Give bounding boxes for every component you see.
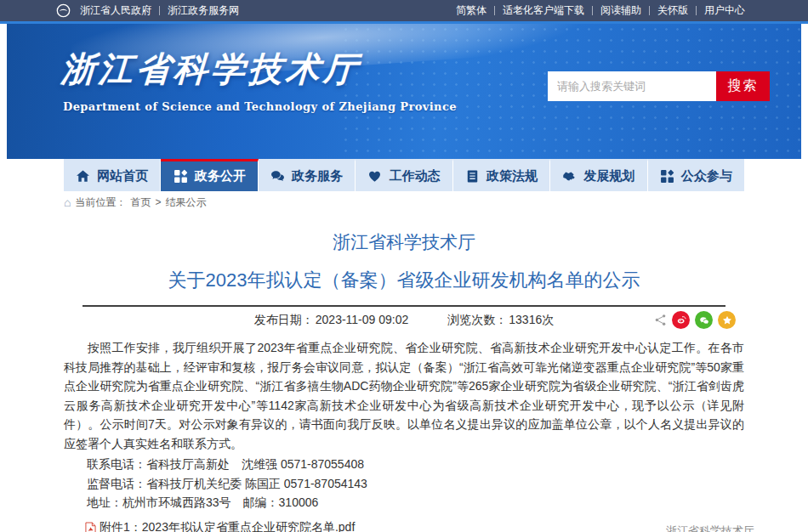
footer-org-name: 浙江省科学技术厅 xyxy=(666,524,754,532)
article-meta: 发布日期：2023-11-09 09:02 浏览次数：13316次 xyxy=(64,307,744,334)
topbar-link-reading-aid[interactable]: 阅读辅助 xyxy=(600,3,641,18)
search-input[interactable] xyxy=(548,71,716,101)
share-buttons xyxy=(654,311,736,329)
nav-item-public-participation[interactable]: 公众参与 xyxy=(648,159,744,191)
main-navigation: 网站首页 政务公开 政务服务 工作动态 政策法规 发展规划 公众参与 xyxy=(0,159,808,191)
nav-label: 政务服务 xyxy=(292,168,343,184)
site-logo-text: 浙江省科学技术厅 xyxy=(60,46,362,93)
topbar-link-provincial-gov[interactable]: 浙江省人民政府 xyxy=(80,3,151,18)
attachment-item: 附件1：2023年拟认定省重点企业研究院名单.pdf xyxy=(64,518,744,532)
pdf-icon xyxy=(85,522,96,532)
breadcrumb-home-icon: ⌂ xyxy=(64,196,71,208)
breadcrumb-label: 当前位置： xyxy=(75,195,126,210)
divider xyxy=(592,6,593,15)
search-button[interactable]: 搜索 xyxy=(716,71,770,101)
publish-date: 发布日期：2023-11-09 09:02 xyxy=(254,313,409,328)
nav-item-development-plan[interactable]: 发展规划 xyxy=(550,159,647,191)
site-banner: 浙江省科学技术厅 Department of Science and Techn… xyxy=(7,24,801,159)
article-title-main: 关于2023年拟认定（备案）省级企业研发机构名单的公示 xyxy=(64,268,744,293)
home-icon xyxy=(76,169,90,184)
top-utility-bar: 浙江省人民政府 浙江政务服务网 简繁体 适老化客户端下载 阅读辅助 关怀版 用户… xyxy=(0,0,808,24)
nav-label: 发展规划 xyxy=(583,168,634,184)
article-body-paragraph: 按照工作安排，我厅组织开展了2023年省重点企业研究院、省企业研究院、省高新技术… xyxy=(64,338,744,453)
divider xyxy=(649,6,650,15)
search-bar: 搜索 xyxy=(548,71,770,101)
topbar-link-simplified-traditional[interactable]: 简繁体 xyxy=(456,3,487,18)
nav-label: 公众参与 xyxy=(681,168,732,184)
topbar-left: 浙江省人民政府 浙江政务服务网 xyxy=(56,3,239,18)
nav-item-work-news[interactable]: 工作动态 xyxy=(356,159,452,191)
heart-icon xyxy=(367,169,382,184)
nav-item-home[interactable]: 网站首页 xyxy=(64,159,161,191)
breadcrumb-separator: > xyxy=(155,196,161,208)
topbar-link-care-version[interactable]: 关怀版 xyxy=(657,3,688,18)
weibo-share-icon[interactable] xyxy=(672,311,690,329)
site-logo-english: Department of Science and Technology of … xyxy=(63,100,457,113)
nav-label: 工作动态 xyxy=(389,168,440,184)
contact-phone-line: 联系电话：省科技厅高新处 沈维强 0571-87055408 xyxy=(64,455,744,474)
attachment-list: 附件1：2023年拟认定省重点企业研究院名单.pdf 附件2：2023年拟认定省… xyxy=(64,518,744,532)
qzone-share-icon[interactable] xyxy=(718,311,736,329)
topbar-right: 简繁体 适老化客户端下载 阅读辅助 关怀版 用户中心 xyxy=(456,3,745,18)
attachment-link-1[interactable]: 附件1：2023年拟认定省重点企业研究院名单.pdf xyxy=(100,520,355,532)
topbar-link-user-center[interactable]: 用户中心 xyxy=(704,3,745,18)
view-count: 浏览次数：13316次 xyxy=(447,313,554,328)
document-icon xyxy=(465,169,480,184)
breadcrumb-home-link[interactable]: 首页 xyxy=(130,195,151,210)
divider xyxy=(159,6,160,15)
article-title-org: 浙江省科学技术厅 xyxy=(64,230,744,254)
nav-label: 政务公开 xyxy=(195,168,246,184)
wechat-share-icon[interactable] xyxy=(695,311,713,329)
topbar-link-service-site[interactable]: 浙江政务服务网 xyxy=(168,3,239,18)
chat-bubbles-icon xyxy=(270,169,285,184)
contact-info: 联系电话：省科技厅高新处 沈维强 0571-87055408 监督电话：省科技厅… xyxy=(64,455,744,512)
topbar-link-elderly-client[interactable]: 适老化客户端下载 xyxy=(503,3,584,18)
supervision-phone-line: 监督电话：省科技厅机关纪委 陈国正 0571-87054143 xyxy=(64,474,744,494)
divider xyxy=(494,6,495,15)
breadcrumb: ⌂ 当前位置： 首页 > 结果公示 xyxy=(64,191,744,213)
nav-label: 政策法规 xyxy=(487,168,538,184)
nav-item-gov-openness[interactable]: 政务公开 xyxy=(161,159,258,191)
breadcrumb-current: 结果公示 xyxy=(165,195,206,210)
share-icon[interactable] xyxy=(654,314,667,326)
nav-item-policies[interactable]: 政策法规 xyxy=(453,159,550,191)
address-line: 地址：杭州市环城西路33号 邮编：310006 xyxy=(64,493,744,512)
handshake-icon xyxy=(562,169,577,184)
gov-emblem-icon xyxy=(56,3,71,18)
participation-grid-icon xyxy=(660,169,674,184)
openness-grid-icon xyxy=(174,169,188,184)
divider xyxy=(696,6,697,15)
article: 浙江省科学技术厅 关于2023年拟认定（备案）省级企业研发机构名单的公示 发布日… xyxy=(64,213,744,532)
nav-item-gov-services[interactable]: 政务服务 xyxy=(259,159,356,191)
nav-label: 网站首页 xyxy=(97,168,148,184)
